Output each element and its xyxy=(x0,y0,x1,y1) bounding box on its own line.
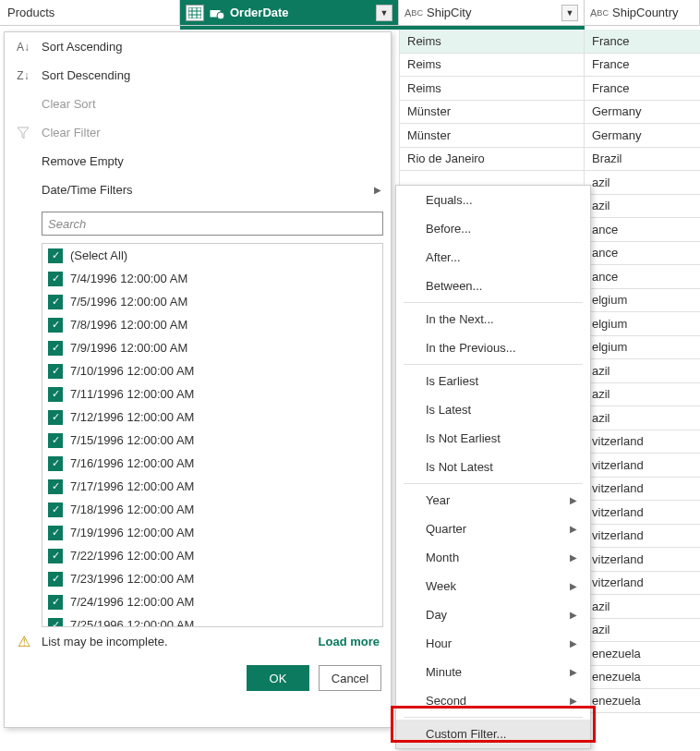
column-header-shipcity[interactable]: ABC ShipCity ▼ xyxy=(399,0,585,25)
value-item[interactable]: ✓7/17/1996 12:00:00 AM xyxy=(42,475,382,498)
cell-shipcountry: vitzerland xyxy=(585,430,700,454)
filter-after[interactable]: After... xyxy=(396,243,590,272)
load-more-link[interactable]: Load more xyxy=(319,635,380,648)
cell-shipcountry: vitzerland xyxy=(585,548,700,571)
clear-filter[interactable]: Clear Filter xyxy=(5,118,391,147)
checkbox-icon[interactable]: ✓ xyxy=(48,272,63,286)
sort-descending[interactable]: Z↓ Sort Descending xyxy=(5,61,391,90)
value-item[interactable]: ✓7/22/1996 12:00:00 AM xyxy=(42,544,382,567)
svg-rect-6 xyxy=(210,7,221,10)
filter-between[interactable]: Between... xyxy=(396,272,590,300)
cell-shipcountry: Germany xyxy=(585,124,700,147)
value-item[interactable]: ✓7/8/1996 12:00:00 AM xyxy=(42,313,382,336)
checkbox-icon[interactable]: ✓ xyxy=(48,479,63,494)
cell-shipcountry: azil xyxy=(585,359,700,382)
submenu-arrow-icon: ▶ xyxy=(570,524,577,534)
filter-in-previous[interactable]: In the Previous... xyxy=(396,333,590,362)
value-item[interactable]: ✓7/12/1996 12:00:00 AM xyxy=(42,406,382,429)
checkbox-icon[interactable]: ✓ xyxy=(48,503,63,517)
filter-second[interactable]: Second▶ xyxy=(396,686,590,715)
value-label: 7/9/1996 12:00:00 AM xyxy=(70,341,187,355)
filter-year[interactable]: Year▶ xyxy=(396,486,590,515)
clear-sort[interactable]: Clear Sort xyxy=(5,90,391,118)
value-item[interactable]: ✓7/9/1996 12:00:00 AM xyxy=(42,336,382,359)
filter-equals[interactable]: Equals... xyxy=(396,186,590,214)
filter-is-not-latest[interactable]: Is Not Latest xyxy=(396,453,590,481)
filter-before[interactable]: Before... xyxy=(396,214,590,243)
filter-in-next[interactable]: In the Next... xyxy=(396,305,590,333)
date-filters-submenu: Equals... Before... After... Between... … xyxy=(395,185,591,749)
value-item[interactable]: ✓7/5/1996 12:00:00 AM xyxy=(42,290,382,313)
filter-is-not-earliest[interactable]: Is Not Earliest xyxy=(396,424,590,453)
table-row[interactable]: ReimsFrance xyxy=(399,77,700,101)
value-item[interactable]: ✓7/10/1996 12:00:00 AM xyxy=(42,359,382,382)
filter-week[interactable]: Week▶ xyxy=(396,572,590,600)
checkbox-icon[interactable]: ✓ xyxy=(48,595,63,610)
filter-day[interactable]: Day▶ xyxy=(396,600,590,629)
checkbox-icon[interactable]: ✓ xyxy=(48,433,63,448)
value-label: 7/8/1996 12:00:00 AM xyxy=(70,318,187,332)
value-item[interactable]: ✓7/19/1996 12:00:00 AM xyxy=(42,521,382,544)
value-label: 7/22/1996 12:00:00 AM xyxy=(70,549,194,563)
column-header-products[interactable]: Products xyxy=(0,0,180,25)
date-time-filters[interactable]: Date/Time Filters ▶ xyxy=(5,176,391,204)
cell-shipcountry: ance xyxy=(585,218,700,241)
value-label: 7/11/1996 12:00:00 AM xyxy=(70,387,194,401)
value-item[interactable]: ✓7/25/1996 12:00:00 AM xyxy=(42,613,382,626)
cell-shipcountry: vitzerland xyxy=(585,572,700,595)
table-row[interactable]: ReimsFrance xyxy=(399,30,700,54)
checkbox-icon[interactable]: ✓ xyxy=(48,410,63,425)
value-item[interactable]: ✓7/23/1996 12:00:00 AM xyxy=(42,567,382,590)
value-item[interactable]: ✓7/16/1996 12:00:00 AM xyxy=(42,452,382,475)
filter-is-earliest[interactable]: Is Earliest xyxy=(396,367,590,395)
search-placeholder: Search xyxy=(48,217,86,231)
checkbox-icon[interactable]: ✓ xyxy=(48,248,63,263)
submenu-arrow-icon: ▶ xyxy=(374,185,381,195)
value-item[interactable]: ✓7/18/1996 12:00:00 AM xyxy=(42,498,382,521)
shipcity-filter-button[interactable]: ▼ xyxy=(561,5,578,21)
value-item[interactable]: ✓(Select All) xyxy=(42,244,382,267)
checkbox-icon[interactable]: ✓ xyxy=(48,618,63,627)
cell-shipcountry: vitzerland xyxy=(585,454,700,477)
checkbox-icon[interactable]: ✓ xyxy=(48,456,63,471)
svg-point-7 xyxy=(217,12,224,19)
checkbox-icon[interactable]: ✓ xyxy=(48,318,63,333)
table-row[interactable]: MünsterGermany xyxy=(399,124,700,148)
ok-button[interactable]: OK xyxy=(247,665,309,691)
value-label: 7/18/1996 12:00:00 AM xyxy=(70,503,194,516)
checkbox-icon[interactable]: ✓ xyxy=(48,295,63,309)
filter-custom[interactable]: Custom Filter... xyxy=(396,720,590,748)
checkbox-icon[interactable]: ✓ xyxy=(48,526,63,540)
submenu-arrow-icon: ▶ xyxy=(570,667,577,677)
filter-hour[interactable]: Hour▶ xyxy=(396,629,590,658)
column-header-orderdate[interactable]: OrderDate ▼ xyxy=(180,0,399,25)
filter-is-latest[interactable]: Is Latest xyxy=(396,395,590,424)
orderdate-filter-button[interactable]: ▼ xyxy=(376,5,392,21)
value-label: 7/25/1996 12:00:00 AM xyxy=(70,618,194,626)
remove-empty[interactable]: Remove Empty xyxy=(5,147,391,176)
checkbox-icon[interactable]: ✓ xyxy=(48,364,63,379)
checkbox-icon[interactable]: ✓ xyxy=(48,572,63,587)
value-item[interactable]: ✓7/15/1996 12:00:00 AM xyxy=(42,429,382,452)
column-header-shipcountry[interactable]: ABC ShipCountry xyxy=(585,0,700,25)
value-item[interactable]: ✓7/4/1996 12:00:00 AM xyxy=(42,267,382,290)
checkbox-icon[interactable]: ✓ xyxy=(48,341,63,356)
checkbox-icon[interactable]: ✓ xyxy=(48,549,63,563)
value-item[interactable]: ✓7/11/1996 12:00:00 AM xyxy=(42,382,382,406)
filter-minute[interactable]: Minute▶ xyxy=(396,658,590,686)
checkbox-icon[interactable]: ✓ xyxy=(48,387,63,402)
sort-ascending[interactable]: A↓ Sort Ascending xyxy=(5,32,391,61)
cancel-button[interactable]: Cancel xyxy=(319,665,381,691)
value-label: 7/12/1996 12:00:00 AM xyxy=(70,410,194,424)
table-row[interactable]: ReimsFrance xyxy=(399,54,700,78)
filter-month[interactable]: Month▶ xyxy=(396,543,590,572)
table-row[interactable]: Rio de JaneiroBrazil xyxy=(399,148,700,172)
filter-dropdown-panel: A↓ Sort Ascending Z↓ Sort Descending Cle… xyxy=(4,31,392,728)
search-input[interactable]: Search xyxy=(42,212,383,236)
value-item[interactable]: ✓7/24/1996 12:00:00 AM xyxy=(42,590,382,613)
warning-icon: ⚠ xyxy=(18,633,30,650)
sort-asc-icon: A↓ xyxy=(14,41,32,54)
table-row[interactable]: MünsterGermany xyxy=(399,101,700,125)
cell-shipcountry: enezuela xyxy=(585,642,700,665)
filter-quarter[interactable]: Quarter▶ xyxy=(396,515,590,543)
